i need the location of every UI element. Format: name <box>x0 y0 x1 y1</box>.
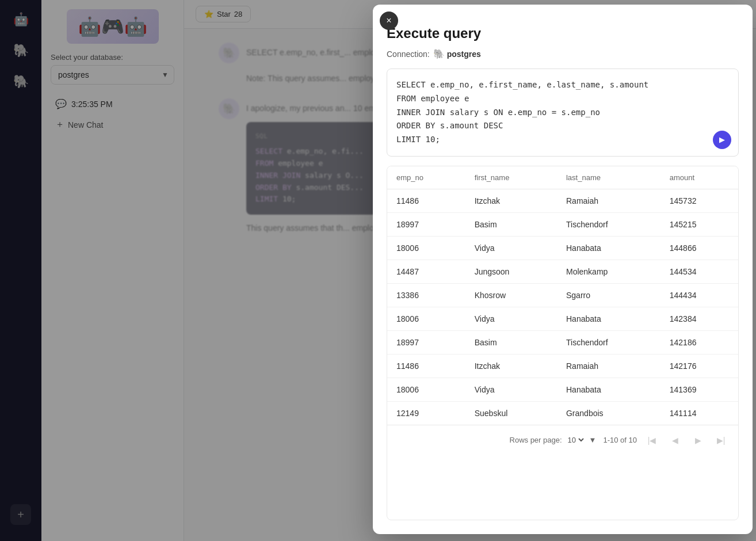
sql-line-4: ORDER BY s.amount DESC <box>396 119 729 133</box>
table-row: 13386KhosrowSgarro144434 <box>387 283 738 307</box>
table-row: 18006VidyaHanabata142384 <box>387 307 738 330</box>
connection-name: postgres <box>447 49 481 59</box>
connection-label: Connection: <box>387 49 430 59</box>
table-cell: Jungsoon <box>465 260 557 283</box>
close-icon: × <box>386 16 391 26</box>
chevron-down-icon-page: ▼ <box>589 436 597 444</box>
table-row: 18006VidyaHanabata144866 <box>387 236 738 260</box>
table-cell: Hanabata <box>557 236 660 260</box>
table-cell: Itzchak <box>465 354 557 378</box>
sql-editor[interactable]: SELECT e.emp_no, e.first_name, e.last_na… <box>387 68 739 157</box>
table-cell: Vidya <box>465 378 557 401</box>
modal-title: Execute query <box>387 25 739 41</box>
table-body: 11486ItzchakRamaiah14573218997BasimTisch… <box>387 189 738 425</box>
table-cell: 144534 <box>660 260 738 283</box>
table-cell: 142384 <box>660 307 738 330</box>
rows-per-page-label: Rows per page: <box>510 436 562 444</box>
first-page-button[interactable]: |◀ <box>644 432 660 448</box>
table-cell: 18997 <box>387 330 465 354</box>
table-cell: Khosrow <box>465 283 557 307</box>
next-page-button[interactable]: ▶ <box>690 432 706 448</box>
rows-per-page-select[interactable]: 10 <box>566 435 586 445</box>
col-first-name: first_name <box>465 166 557 189</box>
table-cell: 145215 <box>660 212 738 236</box>
table-cell: 141114 <box>660 401 738 425</box>
sql-line-3: INNER JOIN salary s ON e.emp_no = s.emp_… <box>396 106 729 120</box>
col-last-name: last_name <box>557 166 660 189</box>
run-icon: ▶ <box>719 135 725 144</box>
table-row: 18006VidyaHanabata141369 <box>387 378 738 401</box>
table-cell: 141369 <box>660 378 738 401</box>
header-row: emp_no first_name last_name amount <box>387 166 738 189</box>
table-cell: 11486 <box>387 189 465 212</box>
sql-line-1: SELECT e.emp_no, e.first_name, e.last_na… <box>396 78 729 92</box>
table-row: 18997BasimTischendorf145215 <box>387 212 738 236</box>
query-results: emp_no first_name last_name amount 11486… <box>387 166 738 425</box>
modal-close-button[interactable]: × <box>380 12 398 30</box>
sql-line-5: LIMIT 10; <box>396 133 729 147</box>
rows-per-page: Rows per page: 10 ▼ <box>510 435 597 445</box>
table-cell: 18997 <box>387 212 465 236</box>
table-row: 11486ItzchakRamaiah142176 <box>387 354 738 378</box>
table-cell: 142176 <box>660 354 738 378</box>
sql-line-2: FROM employee e <box>396 92 729 106</box>
table-cell: 18006 <box>387 307 465 330</box>
table-cell: Grandbois <box>557 401 660 425</box>
results-table: emp_no first_name last_name amount 11486… <box>387 166 739 520</box>
table-cell: Molenkamp <box>557 260 660 283</box>
table-cell: 18006 <box>387 236 465 260</box>
table-cell: Ramaiah <box>557 354 660 378</box>
table-cell: 144434 <box>660 283 738 307</box>
prev-page-button[interactable]: ◀ <box>667 432 683 448</box>
table-cell: Vidya <box>465 307 557 330</box>
table-cell: Suebskul <box>465 401 557 425</box>
table-cell: Basim <box>465 330 557 354</box>
table-cell: 18006 <box>387 378 465 401</box>
table-cell: 142186 <box>660 330 738 354</box>
table-row: 11486ItzchakRamaiah145732 <box>387 189 738 212</box>
table-cell: 144866 <box>660 236 738 260</box>
table-row: 14487JungsoonMolenkamp144534 <box>387 260 738 283</box>
table-cell: 13386 <box>387 283 465 307</box>
col-emp-no: emp_no <box>387 166 465 189</box>
table-cell: 11486 <box>387 354 465 378</box>
table-row: 12149SuebskulGrandbois141114 <box>387 401 738 425</box>
table-cell: Vidya <box>465 236 557 260</box>
table-cell: 14487 <box>387 260 465 283</box>
table-cell: 12149 <box>387 401 465 425</box>
pagination-range: 1-10 of 10 <box>603 436 637 444</box>
table-cell: Tischendorf <box>557 330 660 354</box>
table-row: 18997BasimTischendorf142186 <box>387 330 738 354</box>
db-connection-icon: 🐘 <box>433 48 445 59</box>
connection-badge: 🐘 postgres <box>433 48 481 59</box>
col-amount: amount <box>660 166 738 189</box>
sql-run-button[interactable]: ▶ <box>713 131 731 149</box>
table-cell: Tischendorf <box>557 212 660 236</box>
table-header: emp_no first_name last_name amount <box>387 166 738 189</box>
table-cell: Basim <box>465 212 557 236</box>
execute-query-modal: × Execute query Connection: 🐘 postgres S… <box>373 5 753 534</box>
table-cell: 145732 <box>660 189 738 212</box>
pagination: Rows per page: 10 ▼ 1-10 of 10 |◀ ◀ ▶ ▶| <box>387 425 738 455</box>
table-cell: Hanabata <box>557 378 660 401</box>
last-page-button[interactable]: ▶| <box>713 432 729 448</box>
table-cell: Ramaiah <box>557 189 660 212</box>
table-cell: Hanabata <box>557 307 660 330</box>
modal-connection: Connection: 🐘 postgres <box>387 48 739 59</box>
table-cell: Sgarro <box>557 283 660 307</box>
table-cell: Itzchak <box>465 189 557 212</box>
